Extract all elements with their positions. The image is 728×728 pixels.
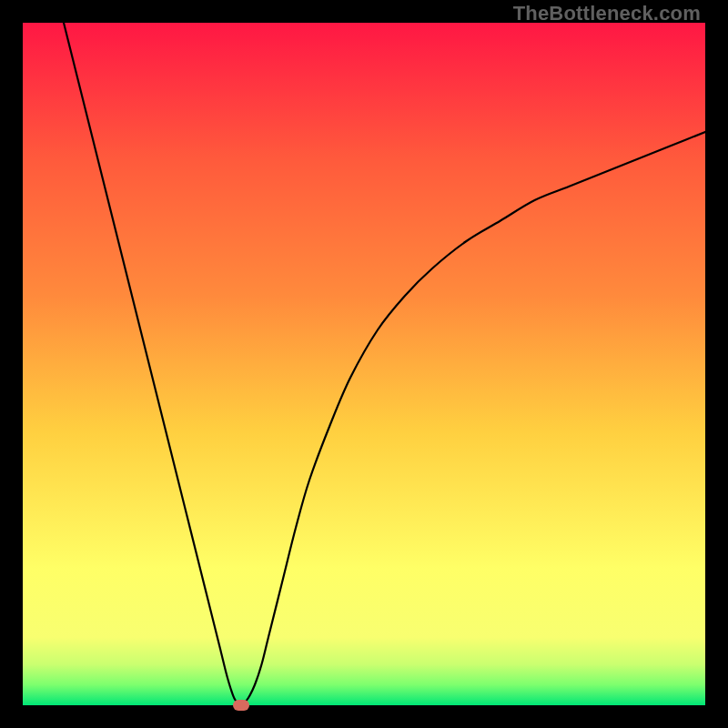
chart-frame [23, 23, 705, 705]
chart-svg [23, 23, 705, 705]
optimal-point-marker [233, 700, 249, 711]
chart-background [23, 23, 705, 705]
